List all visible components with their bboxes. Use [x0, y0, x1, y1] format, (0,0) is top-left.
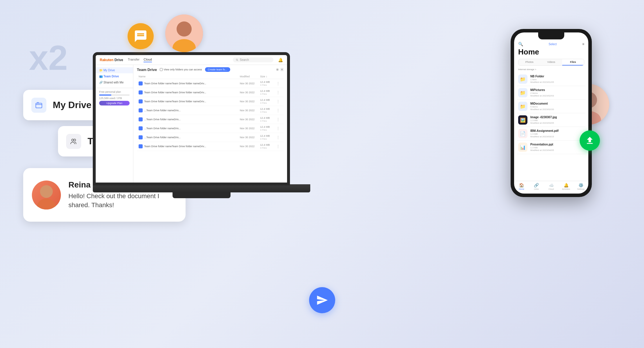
col-size: Size ↕	[260, 75, 276, 78]
file-name-cell: Team Drive folder nameTeam Drive folder …	[139, 90, 240, 94]
svg-point-3	[74, 139, 76, 141]
file-more-icon[interactable]: ⋮	[276, 117, 282, 122]
phone-file-list: 📁 NB Folder 1 item Modified at 2023/01/0…	[514, 72, 588, 181]
phone-nav-home[interactable]: 🏠 Home	[514, 183, 529, 190]
file-more-icon[interactable]: ⋮	[276, 126, 282, 131]
file-more-icon[interactable]: ⋮	[276, 99, 282, 104]
laptop-screen: Rakuten Drive Transfer Cloud Search 🔔 📁 …	[93, 52, 290, 185]
upload-fab[interactable]	[580, 130, 600, 151]
sidebar-my-drive[interactable]: 📁 My Drive	[96, 67, 133, 73]
file-name-text: Team Drive folder nameTeam Drive folder …	[144, 91, 206, 94]
phone-file-name: MiDocument	[530, 102, 584, 105]
storage-fill	[99, 94, 111, 96]
view-options: ⊞ ≡	[276, 68, 284, 71]
nav-activities-label: Activities	[562, 188, 570, 190]
phone-file-item[interactable]: 🖼️ Image -0230307.jpg 1.3 MB Modified at…	[517, 113, 585, 127]
file-size-cell: 12.4 MB3 Files	[260, 81, 276, 86]
app-ui: Rakuten Drive Transfer Cloud Search 🔔 📁 …	[96, 55, 287, 183]
app-search[interactable]: Search	[233, 57, 273, 62]
app-body: 📁 My Drive 👥 Team Drive 🔗 Shared with Me…	[96, 65, 287, 183]
nav-transfer[interactable]: Transfer	[128, 58, 140, 62]
file-name-text: Team Drive folder nameTeam Drive folder …	[144, 82, 206, 85]
file-row[interactable]: ...Team Drive folder nameDriv... Nov 30 …	[137, 133, 284, 142]
home-icon: 🏠	[519, 183, 524, 187]
phone-tab-files[interactable]: Files	[562, 59, 584, 65]
col-actions	[276, 75, 282, 78]
app-header: Rakuten Drive Transfer Cloud Search 🔔	[96, 55, 287, 65]
file-row[interactable]: ...Team Drive folder nameDriv... Nov 30 …	[137, 106, 284, 115]
app-logo: Rakuten Drive	[100, 58, 123, 62]
phone-nav-cloud[interactable]: ☁️ Cloud	[544, 183, 558, 190]
sidebar-storage: Free personal plan 125,589 used / 3TB Up…	[96, 88, 133, 109]
nav-links-label: Links	[534, 188, 539, 190]
file-size-cell: 12.4 MB3 Files	[260, 125, 276, 131]
phone-nav-activities[interactable]: 🔔 Activities	[559, 183, 574, 190]
file-row[interactable]: Team Drive folder nameTeam Drive folder …	[137, 97, 284, 106]
file-modified: Nov 30 2022	[240, 136, 260, 139]
phone-frame: 🔍 Select ≡ Home Photos Videos Files Inte…	[511, 29, 592, 197]
phone-screen: 🔍 Select ≡ Home Photos Videos Files Inte…	[514, 32, 588, 194]
phone-search-icon[interactable]: 🔍	[518, 42, 523, 46]
laptop-stand	[173, 192, 231, 198]
phone-file-item[interactable]: 📄 IBM-Assignment.pdf 1.3 MB Modified at …	[517, 127, 585, 141]
gear-icon: ⚙️	[578, 183, 583, 187]
phone-file-info: Presentation.ppt 1.3 MB Modified at 2023…	[530, 143, 584, 152]
file-row[interactable]: ...Team Drive folder nameDriv... Nov 30 …	[137, 115, 284, 124]
folder-icon	[139, 135, 143, 139]
phone-file-name: IBM-Assignment.pdf	[530, 129, 584, 132]
folder-icon	[139, 108, 143, 112]
sidebar-team-drive[interactable]: 👥 Team Drive	[96, 73, 133, 79]
upgrade-button[interactable]: Upgrade Plan	[99, 101, 130, 105]
image-icon: 🖼️	[518, 115, 527, 125]
file-size-cell: 12.4 MB3 Files	[260, 134, 276, 140]
file-more-icon[interactable]: ⋮	[276, 144, 282, 149]
file-name-text: ...Team Drive folder nameDriv...	[144, 109, 181, 112]
phone-tab-videos[interactable]: Videos	[540, 59, 562, 65]
file-more-icon[interactable]: ⋮	[276, 135, 282, 140]
file-more-icon[interactable]: ⋮	[276, 90, 282, 95]
x2-label: x2	[29, 38, 68, 78]
file-row[interactable]: Team Drive folder nameTeam Drive folder …	[137, 142, 284, 151]
file-row[interactable]: Team Drive folder nameTeam Drive folder …	[137, 88, 284, 97]
phone-file-name: MiPictures	[530, 88, 584, 92]
notification-icon[interactable]: 🔔	[278, 58, 283, 62]
top-person-avatar	[165, 14, 203, 52]
send-button[interactable]	[309, 287, 335, 313]
file-row[interactable]: Team Drive folder nameTeam Drive folder …	[137, 79, 284, 88]
phone-file-name: NB Folder	[530, 75, 584, 78]
nav-cloud[interactable]: Cloud	[144, 58, 152, 62]
file-row[interactable]: ...Team Drive folder nameDriv... Nov 30 …	[137, 124, 284, 133]
file-modified: Nov 30 2022	[240, 118, 260, 121]
phone-file-item[interactable]: 📊 Presentation.ppt 1.3 MB Modified at 20…	[517, 141, 585, 154]
grid-view-icon[interactable]: ⊞	[276, 68, 279, 71]
phone-tab-photos[interactable]: Photos	[518, 59, 540, 65]
phone-nav-settings[interactable]: ⚙️ Settings	[574, 183, 588, 190]
app-nav: Transfer Cloud	[128, 58, 152, 62]
phone-select-label[interactable]: Select	[549, 43, 557, 46]
phone-file-item[interactable]: 📁 MiPictures 2 items Modified at 2023/02…	[517, 86, 585, 100]
phone-menu-icon[interactable]: ≡	[582, 42, 584, 46]
view-only-checkbox[interactable]: View only folders you can access	[160, 68, 202, 71]
phone-file-item[interactable]: 📁 NB Folder 1 item Modified at 2023/01/0…	[517, 72, 585, 86]
phone-notch	[538, 32, 564, 39]
phone-file-info: Image -0230307.jpg 1.3 MB Modified at 20…	[530, 116, 584, 124]
phone-nav-links[interactable]: 🔗 Links	[529, 183, 544, 190]
phone-storage-path[interactable]: Internal storage >	[514, 68, 588, 72]
svg-rect-0	[36, 103, 42, 108]
file-name-cell: ...Team Drive folder nameDriv...	[139, 108, 240, 112]
main-header: Team Drive View only folders you can acc…	[137, 67, 284, 72]
create-team-button[interactable]: Create team fo...	[205, 67, 230, 72]
storage-used: 125,589 used / 3TB	[99, 97, 130, 100]
phone-file-name: Presentation.ppt	[530, 143, 584, 146]
my-drive-label: My Drive	[53, 100, 91, 110]
file-more-icon[interactable]: ⋮	[276, 108, 282, 113]
phone-file-meta: 1.3 MB Modified at 2023/03/15	[530, 133, 584, 138]
file-more-icon[interactable]: ⋮	[276, 81, 282, 86]
phone-file-info: NB Folder 1 item Modified at 2023/01/05	[530, 75, 584, 83]
svg-point-5	[37, 198, 56, 209]
phone-file-info: MiPictures 2 items Modified at 2023/02/0…	[530, 88, 584, 97]
list-view-icon[interactable]: ≡	[280, 68, 284, 71]
bell-icon: 🔔	[564, 183, 569, 187]
phone-file-item[interactable]: 📁 MiDocument 5 items Modified at 2023/02…	[517, 100, 585, 113]
sidebar-shared[interactable]: 🔗 Shared with Me	[96, 79, 133, 85]
